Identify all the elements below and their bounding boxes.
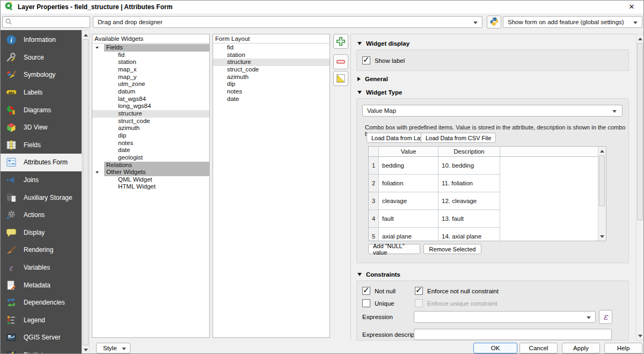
show-label-checkbox[interactable] bbox=[362, 56, 370, 64]
corner-header-cell[interactable] bbox=[369, 147, 379, 156]
tree-row[interactable]: Other Widgets bbox=[92, 169, 209, 176]
sidebar-item-qgis-server[interactable]: QGIS Server bbox=[1, 329, 82, 346]
style-menu-button[interactable]: Style bbox=[96, 343, 130, 353]
sidebar-item-rendering[interactable]: Rendering bbox=[1, 241, 82, 259]
sidebar-item-symbology[interactable]: Symbology bbox=[1, 66, 82, 84]
value-cell[interactable]: fault bbox=[379, 210, 438, 228]
value-cell[interactable]: bedding bbox=[379, 157, 438, 175]
rename-item-button[interactable] bbox=[333, 71, 348, 86]
python-init-button[interactable] bbox=[487, 16, 501, 28]
tree-row[interactable]: datum bbox=[92, 88, 209, 96]
help-button[interactable]: Help bbox=[604, 343, 642, 353]
value-cell[interactable]: cleavage bbox=[379, 192, 438, 210]
tree-row[interactable]: fid bbox=[92, 52, 209, 59]
designer-mode-select[interactable]: Drag and drop designer bbox=[93, 16, 482, 28]
row-number-cell[interactable]: 1 bbox=[369, 157, 379, 175]
row-number-cell[interactable]: 5 bbox=[369, 228, 379, 241]
add-null-value-button[interactable]: Add "NULL" value bbox=[368, 244, 420, 254]
tree-row[interactable]: date bbox=[92, 147, 209, 154]
settings-scrollbar[interactable] bbox=[636, 34, 644, 341]
sidebar-item-digitizing[interactable]: Digitizing bbox=[1, 346, 82, 353]
tree-row[interactable]: Relations bbox=[92, 162, 209, 169]
row-number-cell[interactable]: 4 bbox=[369, 210, 379, 228]
column-header-description[interactable]: Description bbox=[438, 147, 500, 156]
widget-type-select[interactable]: Value Map bbox=[362, 105, 623, 117]
section-general[interactable]: General bbox=[351, 75, 388, 83]
tree-row[interactable]: dip bbox=[92, 132, 209, 140]
tree-row[interactable]: lat_wgs84 bbox=[92, 96, 209, 103]
add-container-button[interactable] bbox=[333, 34, 348, 49]
tree-row[interactable]: notes bbox=[213, 88, 330, 96]
tree-row[interactable]: geologist bbox=[92, 154, 209, 162]
scroll-up-icon[interactable] bbox=[82, 31, 89, 39]
tree-row[interactable]: struct_code bbox=[213, 66, 330, 74]
description-cell[interactable]: 13. fault bbox=[438, 210, 500, 228]
value-cell[interactable]: axial plane bbox=[379, 228, 438, 241]
form-open-behavior-select[interactable]: Show form on add feature (global setting… bbox=[503, 16, 642, 28]
scrollbar-handle[interactable] bbox=[637, 43, 643, 220]
table-scrollbar[interactable] bbox=[598, 147, 606, 241]
sidebar-item-dependencies[interactable]: Dependencies bbox=[1, 294, 82, 312]
sidebar-item-attributes-form[interactable]: Attributes Form bbox=[1, 154, 82, 171]
remove-item-button[interactable] bbox=[333, 54, 348, 69]
section-widget-display[interactable]: Widget display bbox=[351, 40, 409, 47]
scrollbar-handle[interactable] bbox=[599, 155, 605, 206]
tree-row[interactable]: dip bbox=[213, 81, 330, 88]
sidebar-item-metadata[interactable]: Metadata bbox=[1, 276, 82, 294]
tree-row[interactable]: HTML Widget bbox=[92, 183, 209, 191]
value-cell[interactable]: foliation bbox=[379, 175, 438, 192]
description-cell[interactable]: 12. cleavage bbox=[438, 192, 500, 210]
tree-row[interactable]: structure bbox=[92, 110, 209, 118]
sidebar-scrollbar[interactable] bbox=[82, 30, 90, 354]
tree-row[interactable]: date bbox=[213, 96, 330, 103]
sidebar-item-variables[interactable]: ε Variables bbox=[1, 259, 82, 277]
row-number-cell[interactable]: 3 bbox=[369, 192, 379, 210]
sidebar-item-auxiliary-storage[interactable]: Auxiliary Storage bbox=[1, 189, 82, 206]
ok-button[interactable]: OK bbox=[473, 343, 517, 353]
tree-row[interactable]: utm_zone bbox=[92, 81, 209, 88]
sidebar-item-3d-view[interactable]: 3D View bbox=[1, 119, 82, 136]
description-cell[interactable]: 10. bedding bbox=[438, 157, 500, 175]
sidebar-item-labels[interactable]: abc Labels bbox=[1, 84, 82, 102]
scroll-up-icon[interactable] bbox=[636, 35, 643, 42]
tree-row[interactable]: long_wgs84 bbox=[92, 103, 209, 110]
tree-row[interactable]: map_x bbox=[92, 66, 209, 74]
scrollbar-handle[interactable] bbox=[83, 39, 89, 345]
search-input[interactable] bbox=[12, 18, 82, 26]
scroll-down-icon[interactable] bbox=[598, 233, 605, 240]
sidebar-item-source[interactable]: Source bbox=[1, 49, 82, 67]
apply-button[interactable]: Apply bbox=[562, 343, 600, 353]
sidebar-item-legend[interactable]: Legend bbox=[1, 312, 82, 329]
tree-row[interactable]: station bbox=[92, 59, 209, 66]
enforce-not-null-checkbox[interactable] bbox=[415, 287, 423, 295]
expression-input[interactable] bbox=[414, 311, 596, 323]
tree-row[interactable]: Fields bbox=[92, 44, 209, 52]
remove-selected-button[interactable]: Remove Selected bbox=[423, 244, 481, 254]
tree-row[interactable]: azimuth bbox=[213, 74, 330, 81]
scroll-up-icon[interactable] bbox=[598, 147, 605, 155]
section-constraints[interactable]: Constraints bbox=[351, 271, 400, 278]
tree-row[interactable]: structure bbox=[213, 59, 330, 66]
description-cell[interactable]: 11. foliation bbox=[438, 175, 500, 192]
tree-row[interactable]: QML Widget bbox=[92, 176, 209, 184]
section-widget-type[interactable]: Widget Type bbox=[351, 89, 402, 96]
description-cell[interactable]: 14. axial plane bbox=[438, 228, 500, 241]
search-box[interactable] bbox=[2, 16, 90, 28]
tree-row[interactable]: station bbox=[213, 52, 330, 59]
sidebar-item-joins[interactable]: Joins bbox=[1, 171, 82, 189]
expander-icon[interactable] bbox=[96, 171, 99, 174]
row-number-cell[interactable]: 2 bbox=[369, 175, 379, 192]
expression-builder-button[interactable]: ε bbox=[599, 310, 612, 324]
scroll-down-icon[interactable] bbox=[636, 332, 643, 339]
expression-description-input[interactable] bbox=[414, 329, 612, 340]
sidebar-item-actions[interactable]: Actions bbox=[1, 206, 82, 224]
sidebar-item-diagrams[interactable]: Diagrams bbox=[1, 101, 82, 119]
tree-row[interactable]: notes bbox=[92, 140, 209, 147]
expander-icon[interactable] bbox=[96, 47, 99, 49]
not-null-checkbox[interactable] bbox=[362, 287, 370, 295]
tree-row[interactable]: struct_code bbox=[92, 118, 209, 125]
column-header-value[interactable]: Value bbox=[379, 147, 438, 156]
sidebar-item-fields[interactable]: Fields bbox=[1, 136, 82, 154]
close-button[interactable]: ✕ bbox=[627, 2, 636, 12]
unique-checkbox[interactable] bbox=[362, 299, 370, 307]
